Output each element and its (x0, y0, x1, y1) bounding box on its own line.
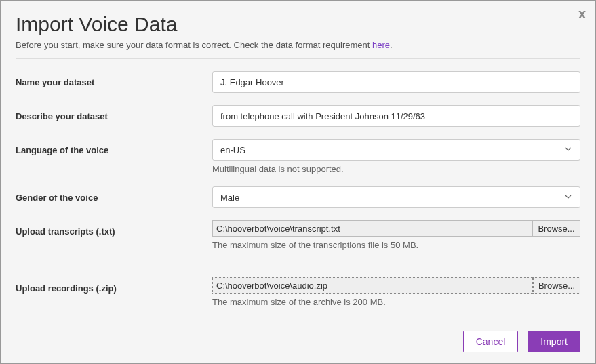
cancel-button[interactable]: Cancel (463, 331, 519, 352)
label-gender: Gender of the voice (16, 193, 98, 203)
dataset-description-input[interactable] (212, 105, 580, 127)
close-button[interactable]: x (578, 6, 586, 22)
label-recordings: Upload recordings (.zip) (16, 283, 117, 294)
gender-select[interactable]: Male (212, 186, 580, 208)
transcripts-helper-text: The maximum size of the transcriptions f… (212, 240, 580, 250)
row-dataset-name: Name your dataset (16, 71, 580, 93)
label-language: Language of the voice (16, 145, 108, 155)
data-format-link[interactable]: here (372, 40, 390, 50)
recordings-path-display: C:\hooverbot\voice\audio.zip (212, 277, 533, 294)
label-dataset-description: Describe your dataset (16, 111, 108, 121)
language-select[interactable]: en-US (212, 139, 580, 161)
dialog-footer: Cancel Import (463, 331, 580, 352)
recordings-helper-text: The maximum size of the archive is 200 M… (212, 297, 580, 307)
transcripts-path-display: C:\hooverbot\voice\transcript.txt (212, 220, 533, 237)
language-helper-text: Multilingual data is not supported. (212, 164, 580, 174)
label-dataset-name: Name your dataset (16, 77, 94, 87)
transcripts-browse-button[interactable]: Browse... (533, 220, 580, 237)
label-transcripts: Upload transcripts (.txt) (16, 226, 115, 237)
import-voice-data-dialog: x Import Voice Data Before you start, ma… (0, 0, 596, 364)
import-button[interactable]: Import (528, 331, 580, 352)
row-recordings: Upload recordings (.zip) C:\hooverbot\vo… (16, 277, 580, 307)
gender-select-value: Male (220, 193, 239, 203)
recordings-browse-button[interactable]: Browse... (533, 277, 580, 294)
row-gender: Gender of the voice Male (16, 186, 580, 208)
row-transcripts: Upload transcripts (.txt) C:\hooverbot\v… (16, 220, 580, 250)
form-area: Name your dataset Describe your dataset … (1, 59, 595, 307)
row-dataset-description: Describe your dataset (16, 105, 580, 127)
dialog-subtitle: Before you start, make sure your data fo… (16, 40, 580, 50)
subtitle-text-post: . (390, 40, 393, 50)
subtitle-text-pre: Before you start, make sure your data fo… (16, 40, 372, 50)
dialog-title: Import Voice Data (16, 13, 580, 36)
dataset-name-input[interactable] (212, 71, 580, 93)
language-select-value: en-US (220, 145, 245, 155)
dialog-header: Import Voice Data Before you start, make… (1, 1, 595, 58)
row-language: Language of the voice en-US Multilingual… (16, 139, 580, 174)
